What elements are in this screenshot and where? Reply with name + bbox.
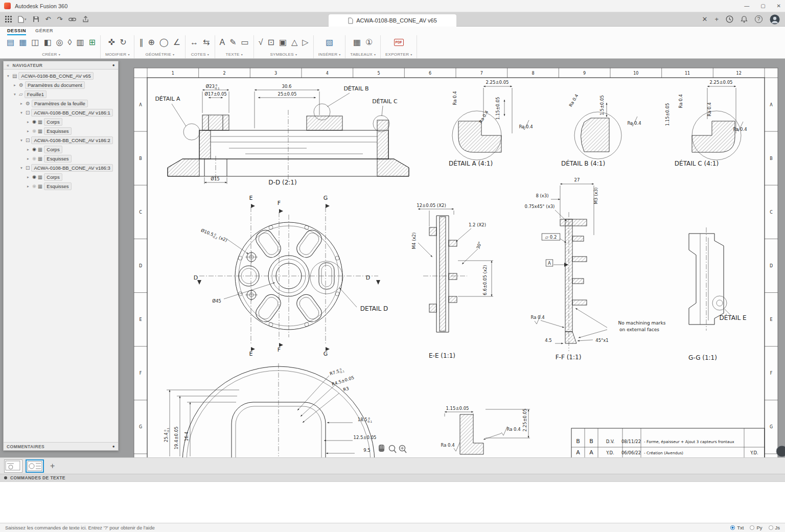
navigator-item-esquisses[interactable]: ▸◉▦Esquisses: [4, 126, 118, 135]
sheet-tab-2[interactable]: [26, 459, 44, 473]
collapse-arrow-icon[interactable]: ▾: [19, 110, 24, 115]
ribbon-tab-dessin[interactable]: DESSIN: [7, 28, 26, 35]
projected-view-icon[interactable]: ◫: [31, 37, 39, 48]
leader-text-icon[interactable]: ✎: [229, 37, 236, 48]
close-document-icon[interactable]: ✕: [702, 16, 708, 22]
ribbon-group-dropdown-symboles[interactable]: SYMBOLES▾: [270, 52, 296, 57]
radio-icon[interactable]: [730, 525, 735, 530]
console-mode-js[interactable]: Js: [769, 525, 780, 530]
dimension-icon[interactable]: ↔: [190, 37, 198, 48]
collapse-arrow-icon[interactable]: ▾: [19, 138, 24, 143]
insert-image-icon[interactable]: ▧: [326, 37, 333, 48]
note-icon[interactable]: ▭: [241, 37, 249, 48]
new-sheet-icon[interactable]: ▤: [7, 37, 14, 48]
sheet-tab-1[interactable]: [4, 459, 22, 473]
break-view-icon[interactable]: ◊: [67, 37, 72, 48]
ribbon-group-dropdown-cotes[interactable]: COTES▾: [191, 52, 209, 57]
table-icon[interactable]: ▦: [353, 37, 361, 48]
text-commands-console[interactable]: [0, 481, 785, 523]
console-mode-txt[interactable]: Txt: [730, 525, 744, 530]
crop-view-icon[interactable]: ▥: [76, 37, 84, 48]
navigator-item-esquisses[interactable]: ▸◉▦Esquisses: [4, 154, 118, 163]
link-icon[interactable]: [68, 17, 76, 22]
collapse-panel-icon[interactable]: «: [7, 63, 9, 68]
ribbon-group-dropdown-inserer[interactable]: INSÉRER▾: [318, 52, 341, 57]
ribbon-group-dropdown-geometrie[interactable]: GÉOMÉTRIE▾: [145, 52, 174, 57]
collapse-arrow-icon[interactable]: ▾: [12, 92, 17, 97]
undo-icon[interactable]: ↶: [45, 16, 51, 22]
navigator-item-acwa-0108-bb-cone-av-v186-2[interactable]: ▾⊡ACWA-0108-BB_CONE_AV v186:2: [4, 135, 118, 145]
navigator-item-esquisses[interactable]: ▸◉▦Esquisses: [4, 181, 118, 191]
expand-arrow-icon[interactable]: ▸: [26, 129, 31, 133]
ordinate-dimension-icon[interactable]: ⇆: [203, 37, 210, 48]
navigator-item-acwa-0108-bb-cone-av-v186-3[interactable]: ▾⊡ACWA-0108-BB_CONE_AV v186:3: [4, 163, 118, 172]
drawing-canvas[interactable]: 123456789101112AABBCCDDEEFFGG: [123, 59, 785, 457]
expand-arrow-icon[interactable]: ▸: [26, 147, 31, 152]
console-mode-py[interactable]: Py: [750, 525, 762, 530]
navigator-item-parametres-de-la-feuille[interactable]: ▸⚙Paramètres de la feuille: [4, 99, 118, 108]
taper-symbol-icon[interactable]: ▷: [302, 37, 308, 48]
visibility-eye-icon[interactable]: ◉: [32, 174, 36, 179]
ribbon-tab-gerer[interactable]: GÉRER: [35, 28, 53, 35]
maximize-button[interactable]: ▢: [760, 3, 765, 9]
section-view-icon[interactable]: ◧: [43, 37, 51, 48]
user-avatar[interactable]: [770, 14, 780, 25]
expand-arrow-icon[interactable]: ▸: [26, 175, 31, 179]
new-sketch-icon[interactable]: ⊞: [89, 37, 96, 48]
minimize-button[interactable]: —: [744, 3, 749, 9]
balloon-icon[interactable]: ①: [365, 37, 373, 48]
text-commands-header[interactable]: COMMANDES DE TEXTE: [0, 474, 785, 481]
navigator-header[interactable]: « NAVIGATEUR ●: [4, 61, 118, 70]
edge-extension-icon[interactable]: ∠: [173, 37, 180, 48]
radio-icon[interactable]: [750, 525, 754, 530]
center-mark-icon[interactable]: ⊕: [148, 37, 154, 48]
visibility-eye-icon[interactable]: ◉: [32, 183, 36, 189]
expand-arrow-icon[interactable]: ▸: [26, 184, 31, 189]
navigator-item-acwa-0108-bb-cone-av-v65[interactable]: ▾▤ACWA-0108-BB_CONE_AV v65: [4, 71, 118, 80]
visibility-eye-icon[interactable]: ◉: [32, 147, 36, 152]
navigator-item-corps[interactable]: ▸◉▦Corps: [4, 117, 118, 126]
circle-icon[interactable]: ◯: [159, 37, 169, 48]
job-status-icon[interactable]: [726, 15, 733, 23]
datum-icon[interactable]: ▣: [279, 37, 287, 48]
pdf-export-icon[interactable]: PDF: [394, 39, 404, 46]
navigator-item-parametres-du-document[interactable]: ▸⚙Paramètres du document: [4, 80, 118, 89]
panel-menu-icon[interactable]: ●: [112, 63, 115, 67]
notification-bell-icon[interactable]: [741, 15, 748, 23]
visibility-eye-icon[interactable]: ◉: [32, 119, 36, 124]
navigator-item-corps[interactable]: ▸◉▦Corps: [4, 145, 118, 154]
radio-icon[interactable]: [769, 525, 773, 530]
share-icon[interactable]: [82, 16, 89, 22]
ribbon-group-dropdown-exporter[interactable]: EXPORTER▾: [385, 52, 412, 57]
weld-symbol-icon[interactable]: △: [291, 37, 297, 48]
save-icon[interactable]: [33, 16, 39, 22]
expand-arrow-icon[interactable]: ▸: [26, 120, 31, 124]
expand-arrow-icon[interactable]: ▸: [19, 101, 24, 106]
app-grid-icon[interactable]: [5, 16, 12, 22]
centerline-icon[interactable]: ∥: [139, 37, 143, 48]
canvas-area[interactable]: 123456789101112AABBCCDDEEFFGG: [0, 59, 785, 457]
ribbon-group-dropdown-modifier[interactable]: MODIFIER▾: [105, 52, 130, 57]
ribbon-group-dropdown-tableaux[interactable]: TABLEAUX▾: [350, 52, 376, 57]
help-icon[interactable]: ?: [755, 15, 763, 23]
comments-bar[interactable]: COMMENTAIRES ●: [4, 442, 118, 450]
collapse-arrow-icon[interactable]: ▾: [6, 74, 11, 78]
surface-texture-icon[interactable]: √: [259, 37, 263, 48]
navigator-item-corps[interactable]: ▸◉▦Corps: [4, 172, 118, 181]
rotate-icon[interactable]: ↻: [120, 37, 126, 48]
pan-tool-icon[interactable]: [379, 445, 384, 452]
expand-arrow-icon[interactable]: ▸: [12, 83, 17, 87]
canvas-overflow-button[interactable]: [776, 446, 785, 457]
ribbon-group-dropdown-texte[interactable]: TEXTE▾: [225, 52, 242, 57]
navigator-item-acwa-0108-bb-cone-av-v186-1[interactable]: ▾⊡ACWA-0108-BB_CONE_AV v186:1: [4, 108, 118, 117]
visibility-eye-icon[interactable]: ◉: [32, 128, 36, 133]
file-menu-icon[interactable]: ▾: [18, 16, 27, 23]
text-icon[interactable]: A: [220, 37, 225, 48]
navigator-item-feuille1[interactable]: ▾▱Feuille1: [4, 89, 118, 99]
redo-icon[interactable]: ↷: [57, 16, 62, 22]
close-button[interactable]: ✕: [777, 3, 781, 9]
expand-arrow-icon[interactable]: ▸: [26, 156, 31, 161]
visibility-eye-icon[interactable]: ◉: [32, 156, 36, 161]
feature-control-frame-icon[interactable]: ⊡: [267, 37, 274, 48]
document-tab[interactable]: ACWA-0108-BB_CONE_AV v65: [329, 14, 456, 27]
